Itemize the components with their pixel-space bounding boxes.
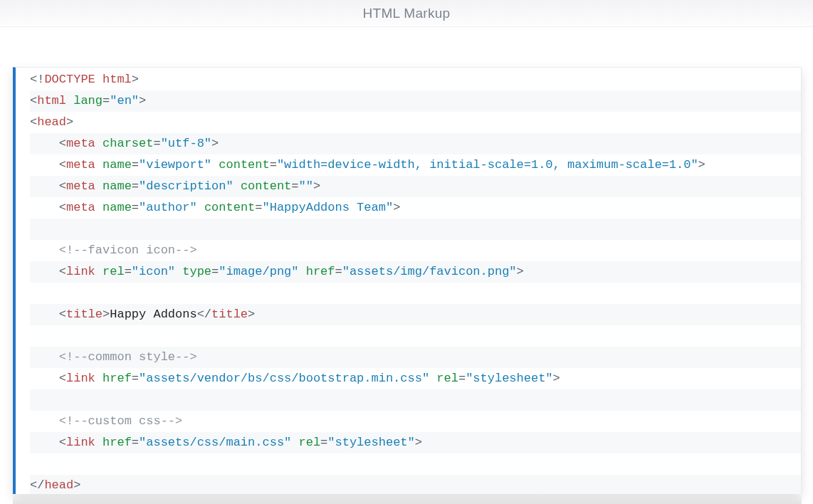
code-block: <!DOCTYPE html><html lang="en"><head> <m… [16,68,801,494]
code-line [30,389,801,411]
code-line: <!--common style--> [30,347,801,368]
code-line: <meta name="description" content=""> [30,176,801,197]
code-line: <meta name="author" content="HappyAddons… [30,197,801,219]
code-line [30,453,801,475]
code-line [30,219,801,240]
code-line: <link rel="icon" type="image/png" href="… [30,261,801,283]
spacer [0,27,813,67]
code-scroll-area[interactable]: <!DOCTYPE html><html lang="en"><head> <m… [16,68,801,494]
code-line [30,283,801,304]
code-line: <!--favicon icon--> [30,240,801,261]
code-line: </head> [30,475,801,494]
code-line: <link href="assets/css/main.css" rel="st… [30,432,801,453]
code-line: <title>Happy Addons</title> [30,304,801,325]
shadow-fade [13,494,802,504]
code-panel: <!DOCTYPE html><html lang="en"><head> <m… [13,67,802,494]
header-bar: HTML Markup [0,0,813,27]
code-line: <html lang="en"> [30,90,801,112]
page-title: HTML Markup [363,6,451,21]
code-line: <head> [30,112,801,133]
code-line: <link href="assets/vendor/bs/css/bootstr… [30,368,801,389]
code-line: <!--custom css--> [30,411,801,432]
code-line: <meta charset="utf-8"> [30,133,801,154]
code-line [30,325,801,347]
code-line: <meta name="viewport" content="width=dev… [30,154,801,176]
code-line: <!DOCTYPE html> [30,69,801,90]
